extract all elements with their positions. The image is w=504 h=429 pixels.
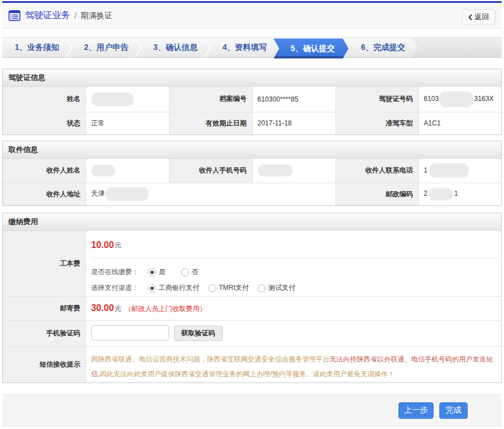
previous-step-button[interactable]: 上一步 [398,402,434,419]
footer-bar: 上一步 完成 [2,394,502,426]
postage-amount: 30.00 [91,303,114,313]
postage-note: （邮政人员上门收取费用） [125,305,207,313]
valid-until-label: 有效期止日期 [169,112,252,134]
table-row: 收件人地址 天津 邮政编码 21 [3,183,501,205]
postage-unit: 元 [115,305,121,313]
recipient-mobile-label: 收件人手机号码 [169,159,252,183]
zip-label: 邮政编码 [335,183,418,205]
license-form-icon [9,10,20,21]
radio-unselected-icon[interactable] [181,268,189,276]
get-captcha-button[interactable]: 获取验证码 [174,326,222,341]
sms-notice-part3: 因此无法向此类用户提供陕西省交通管理业务的网上办理/预约等服务。请此类用户避免无… [100,370,394,378]
captcha-input[interactable] [91,325,169,340]
status-label: 状态 [3,112,86,134]
file-no-value: 610300****85 [252,87,335,112]
table-row: 邮寄费 30.00元（邮政人员上门收取费用） [3,296,501,320]
radio-unselected-icon[interactable] [258,284,266,292]
postage-label: 邮寄费 [3,296,86,320]
channel-option-test-label: 测试支付 [268,283,296,293]
redacted-license-no [439,91,473,107]
step-5-active[interactable]: 5、确认提交 [274,39,348,58]
section-pickup-info: 取件信息 收件人姓名 收件人手机号码 收件人联系电话 1 收件人地址 天津 邮政… [2,141,502,206]
sms-notice-cell: 因陕西省联通、电信运营商技术问题，陕西省互联网交通安全综合服务管理平台无法向持陕… [86,346,501,382]
address-label: 收件人地址 [3,183,86,205]
online-option-no[interactable]: 否 [181,267,199,277]
recipient-phone-prefix: 1 [424,166,428,174]
chevron-left-icon [468,14,472,20]
channel-option-icbc-label: 工商银行支付 [159,283,200,293]
section-license-title: 驾驶证信息 [3,69,501,87]
step-4[interactable]: 4、资料填写 [210,38,279,57]
back-button[interactable]: 返回 [462,9,495,25]
step-navigation: 1、业务须知 2、用户申告 3、确认信息 4、资料填写 5、确认提交 6、完成提… [2,37,502,58]
captcha-cell: 获取验证码 [86,320,501,346]
payment-table: 工本费 10.00 元 是否在线缴费： 是 否 选择支付渠道： 工商银行支付 T [3,231,501,382]
pickup-table: 收件人姓名 收件人手机号码 收件人联系电话 1 收件人地址 天津 邮政编码 21 [3,159,501,205]
back-button-label: 返回 [474,12,489,22]
step-2[interactable]: 2、用户申告 [72,38,141,57]
valid-until-value: 2017-11-18 [252,112,335,134]
zip-suffix: 1 [454,190,458,197]
work-fee-amount-row: 10.00 元 [91,233,497,258]
radio-selected-icon[interactable] [148,268,156,276]
postage-value: 30.00元（邮政人员上门收取费用） [86,296,501,320]
sms-notice-label: 短信接收提示 [3,346,86,382]
online-payment-row: 是否在线缴费： 是 否 [86,267,502,278]
license-no-suffix: 3163X [474,95,494,103]
table-row: 状态 正常 有效期止日期 2017-11-18 准驾车型 A1C1 [3,112,501,134]
step-1[interactable]: 1、业务须知 [2,38,72,57]
sms-notice-part1: 因陕西省联通、电信运营商技术问题，陕西省互联网交通安全综合服务管理平台 [91,355,330,363]
recipient-name-value [86,159,169,183]
work-fee-value: 10.00 元 是否在线缴费： 是 否 选择支付渠道： 工商银行支付 TMRI支… [86,231,501,296]
license-no-prefix: 6103 [424,95,439,103]
redacted-recipient-name [91,165,115,176]
address-value: 天津 [86,183,335,205]
pay-channel-label: 选择支付渠道： [91,283,148,293]
page-title: 驾驶证业务 [25,10,70,22]
table-row: 手机验证码 获取验证码 [3,320,501,346]
table-row: 短信接收提示 因陕西省联通、电信运营商技术问题，陕西省互联网交通安全综合服务管理… [3,346,501,382]
sms-notice-text: 因陕西省联通、电信运营商技术问题，陕西省互联网交通安全综合服务管理平台无法向持陕… [86,347,502,381]
zip-prefix: 2 [424,190,428,197]
channel-option-tmri-label: TMRI支付 [219,283,249,293]
table-row: 姓名 档案编号 610300****85 驾驶证号码 61033163X [3,87,501,112]
redacted-address [106,187,149,201]
pay-channel-row: 选择支付渠道： 工商银行支付 TMRI支付 测试支付 [86,283,502,294]
online-option-yes[interactable]: 是 [148,267,166,277]
table-row: 工本费 10.00 元 是否在线缴费： 是 否 选择支付渠道： 工商银行支付 T [3,231,501,296]
section-payment-title: 缴纳费用 [3,213,501,231]
radio-unselected-icon[interactable] [208,284,216,292]
vehicle-class-label: 准驾车型 [335,112,418,134]
channel-option-test[interactable]: 测试支付 [258,283,296,293]
recipient-mobile-value [252,159,335,183]
breadcrumb-divider: / [74,11,77,20]
redacted-recipient-mobile [258,165,293,176]
license-no-label: 驾驶证号码 [335,87,418,112]
address-prefix: 天津 [91,190,105,197]
step-3[interactable]: 3、确认信息 [141,38,210,57]
work-fee-unit: 元 [115,241,121,250]
recipient-phone-label: 收件人联系电话 [335,159,418,183]
section-license-info: 驾驶证信息 姓名 档案编号 610300****85 驾驶证号码 6103316… [2,69,502,135]
breadcrumb-current: 期满换证 [81,11,112,21]
file-no-label: 档案编号 [169,87,252,112]
radio-selected-icon[interactable] [148,284,156,292]
zip-value: 21 [418,183,501,205]
online-option-no-label: 否 [192,267,199,277]
status-value: 正常 [86,112,169,134]
redacted-zip [429,188,453,200]
online-option-yes-label: 是 [159,267,166,277]
license-table: 姓名 档案编号 610300****85 驾驶证号码 61033163X 状态 … [3,87,501,134]
step-6[interactable]: 6、完成提交 [348,38,418,57]
redacted-name [91,92,134,106]
work-fee-amount: 10.00 [91,240,114,250]
name-value [86,87,169,112]
section-pickup-title: 取件信息 [3,141,501,159]
redacted-recipient-phone [429,163,469,178]
finish-button[interactable]: 完成 [439,402,468,419]
table-row: 收件人姓名 收件人手机号码 收件人联系电话 1 [3,159,501,183]
vehicle-class-value: A1C1 [418,112,501,134]
channel-option-icbc[interactable]: 工商银行支付 [148,283,200,293]
channel-option-tmri[interactable]: TMRI支付 [208,283,249,293]
captcha-label: 手机验证码 [3,320,86,346]
